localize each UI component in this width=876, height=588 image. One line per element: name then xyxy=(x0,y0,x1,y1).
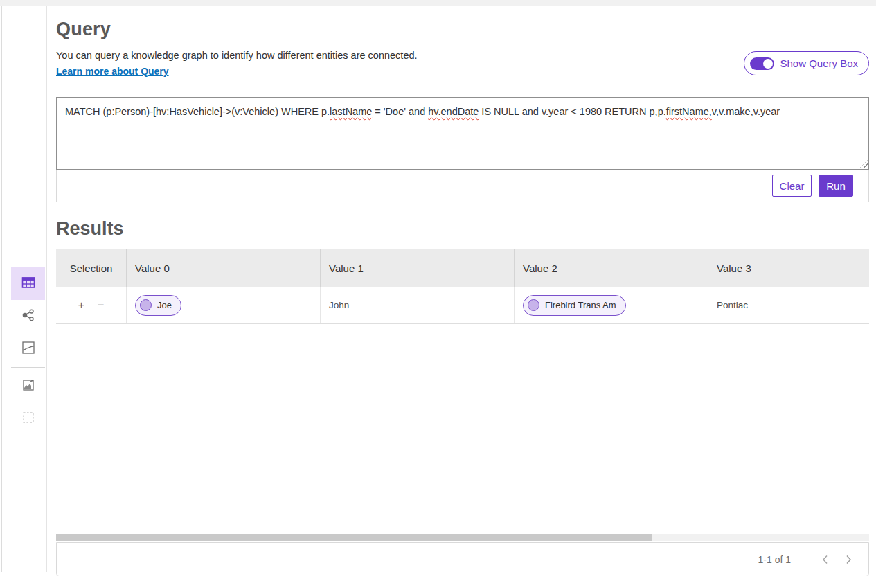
view-switcher-rail xyxy=(11,267,45,435)
query-input[interactable]: MATCH (p:Person)-[hv:HasVehicle]->(v:Veh… xyxy=(56,97,869,170)
entity-dot-icon xyxy=(528,299,539,311)
rail-item-map-view[interactable] xyxy=(11,332,45,365)
column-header-value2: Value 2 xyxy=(514,249,708,287)
run-button[interactable]: Run xyxy=(819,175,853,197)
column-header-selection: Selection xyxy=(56,249,126,287)
query-text-segment: MATCH (p:Person)-[hv:HasVehicle]->(v:Veh… xyxy=(65,106,330,117)
column-header-value1: Value 1 xyxy=(320,249,514,287)
add-to-map-icon xyxy=(21,378,35,395)
column-header-value0: Value 0 xyxy=(126,249,320,287)
remove-from-selection-button[interactable]: − xyxy=(98,299,105,311)
cell-text: John xyxy=(329,300,349,310)
rail-right-border xyxy=(46,6,47,572)
textarea-resize-handle[interactable] xyxy=(859,160,868,168)
rail-item-add-to-map[interactable] xyxy=(11,370,45,402)
rail-divider xyxy=(11,367,45,368)
map-icon xyxy=(21,341,35,357)
query-box: MATCH (p:Person)-[hv:HasVehicle]->(v:Veh… xyxy=(56,97,869,202)
previous-page-button[interactable] xyxy=(816,551,834,569)
rail-item-selection-tool[interactable] xyxy=(11,402,45,435)
query-text-segment-misspelled: lastName xyxy=(330,106,372,117)
toggle-switch-icon xyxy=(750,57,774,70)
query-text-segment: v,v.make,v.year xyxy=(712,106,780,117)
next-page-button[interactable] xyxy=(839,551,857,569)
horizontal-scrollbar-track[interactable] xyxy=(56,534,869,541)
link-chart-icon xyxy=(21,308,35,325)
pagination-bar: 1-1 of 1 xyxy=(56,542,869,576)
value0-cell: Joe xyxy=(126,287,320,323)
query-text-segment-misspelled: hv.endDate xyxy=(428,106,479,117)
entity-pill-person[interactable]: Joe xyxy=(135,295,181,316)
rail-item-table-view[interactable] xyxy=(11,267,45,300)
page-description: You can query a knowledge graph to ident… xyxy=(56,50,418,61)
query-text-segment: = 'Doe' and xyxy=(372,106,428,117)
entity-pill-vehicle[interactable]: Firebird Trans Am xyxy=(523,295,626,316)
entity-dot-icon xyxy=(140,299,152,311)
column-header-value3: Value 3 xyxy=(708,249,869,287)
entity-pill-label: Firebird Trans Am xyxy=(545,300,616,310)
entity-pill-label: Joe xyxy=(157,300,172,310)
pagination-range: 1-1 of 1 xyxy=(758,554,791,565)
query-text-segment-misspelled: firstName, xyxy=(666,106,712,117)
chevron-right-icon xyxy=(846,555,852,564)
query-panel: Query You can query a knowledge graph to… xyxy=(56,0,869,588)
clear-button[interactable]: Clear xyxy=(772,175,812,197)
query-actions-bar: Clear Run xyxy=(56,170,869,202)
results-title: Results xyxy=(56,218,124,240)
table-row: + − Joe John Firebird Trans Am Pontiac xyxy=(56,287,869,324)
table-header-row: Selection Value 0 Value 1 Value 2 Value … xyxy=(56,249,869,287)
query-text-segment: IS NULL and v.year < 1980 RETURN p,p. xyxy=(479,106,665,117)
selection-icon xyxy=(22,411,35,427)
toggle-label: Show Query Box xyxy=(780,57,858,69)
chevron-left-icon xyxy=(822,555,828,564)
add-to-selection-button[interactable]: + xyxy=(78,299,85,311)
horizontal-scrollbar-thumb[interactable] xyxy=(56,534,652,541)
learn-more-link[interactable]: Learn more about Query xyxy=(56,66,169,77)
value2-cell: Firebird Trans Am xyxy=(514,287,708,323)
table-icon xyxy=(21,276,35,292)
show-query-box-toggle[interactable]: Show Query Box xyxy=(744,51,869,75)
selection-cell: + − xyxy=(56,287,126,323)
results-table: Selection Value 0 Value 1 Value 2 Value … xyxy=(56,249,869,324)
value1-cell: John xyxy=(320,287,514,323)
value3-cell: Pontiac xyxy=(708,287,869,323)
page-title: Query xyxy=(56,19,111,40)
panel-left-border xyxy=(1,6,2,572)
cell-text: Pontiac xyxy=(717,300,748,310)
rail-item-link-chart-view[interactable] xyxy=(11,300,45,332)
